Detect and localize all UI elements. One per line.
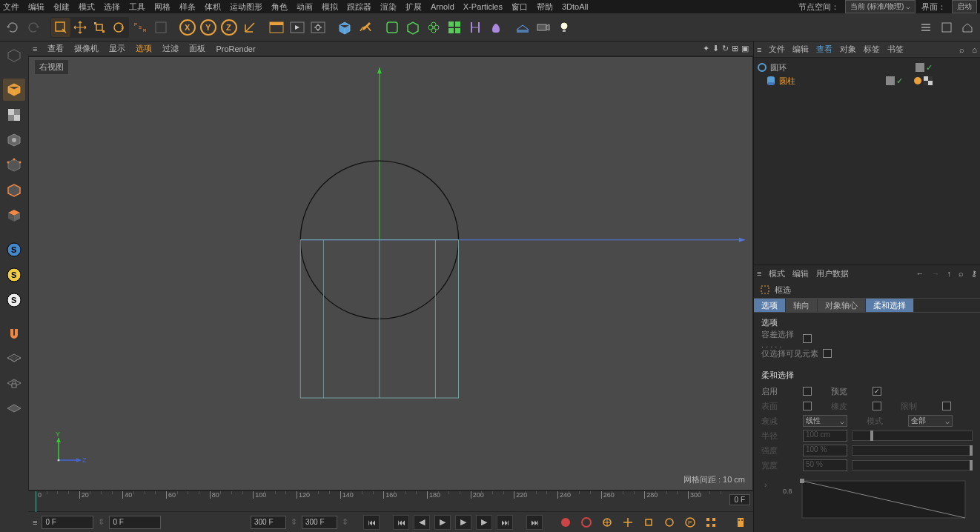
texture-mode-icon[interactable]	[3, 104, 25, 126]
menu-extensions[interactable]: 扩展	[405, 1, 422, 13]
obj-tab-file[interactable]: 文件	[769, 44, 785, 55]
vp-menu-view[interactable]: 查看	[47, 43, 64, 54]
scale-key-icon[interactable]	[640, 515, 657, 530]
point-mode-icon[interactable]	[3, 154, 25, 176]
attr-tab-mode[interactable]: 模式	[769, 268, 785, 279]
axis-mode-icon[interactable]: S	[3, 239, 25, 261]
snap-s-icon[interactable]: S	[3, 264, 25, 286]
autokey-icon[interactable]	[578, 515, 595, 530]
scale-icon[interactable]	[90, 18, 109, 37]
attr-tab-userdata[interactable]: 用户数据	[816, 268, 849, 279]
axis-z-icon[interactable]: Z	[219, 18, 239, 37]
undo-icon[interactable]	[3, 18, 22, 37]
viewport[interactable]: 右视图 Y	[28, 56, 753, 491]
workplane-planar-icon[interactable]	[3, 399, 25, 421]
next-frame-icon[interactable]: ▶	[476, 515, 492, 530]
goto-start-icon[interactable]: ⏮	[363, 515, 380, 530]
vp-max-icon[interactable]: ▣	[741, 44, 749, 53]
frame-spin3-icon[interactable]: ⇕	[342, 517, 348, 527]
obj-tab-bookmarks[interactable]: 书签	[887, 44, 904, 55]
instance-icon[interactable]	[445, 18, 464, 37]
hamburger-transport-icon[interactable]: ≡	[33, 518, 37, 527]
interface-dropdown[interactable]: 启动	[952, 0, 977, 13]
enable-checkbox[interactable]	[803, 387, 812, 396]
vp-menu-filter[interactable]: 过滤	[162, 43, 179, 54]
axis-y-icon[interactable]: Y	[199, 18, 218, 37]
menu-create[interactable]: 创建	[53, 1, 70, 13]
playhead[interactable]	[36, 491, 36, 512]
menu-help[interactable]: 帮助	[537, 1, 553, 13]
timeline-marker-icon[interactable]	[732, 515, 749, 530]
subtab-objaxis[interactable]: 对象轴心	[818, 299, 866, 312]
cube-primitive-icon[interactable]	[335, 18, 354, 37]
frame-current-input[interactable]: 0 F	[42, 516, 93, 529]
move-icon[interactable]	[70, 18, 90, 37]
volume-icon[interactable]	[486, 18, 506, 37]
attr-tab-edit[interactable]: 编辑	[792, 268, 809, 279]
field-icon[interactable]	[466, 18, 485, 37]
menu-arnold[interactable]: Arnold	[431, 2, 454, 11]
hamburger-icon[interactable]: ≡	[33, 44, 37, 53]
redo-icon[interactable]	[24, 18, 43, 37]
frame-spin-icon[interactable]: ⇕	[98, 517, 105, 527]
make-editable-icon[interactable]	[3, 44, 25, 67]
polygon-mode-icon[interactable]	[3, 205, 25, 227]
menu-mograph[interactable]: 运动图形	[230, 1, 262, 13]
axis-x-icon[interactable]: X	[178, 18, 197, 37]
frame-end-input[interactable]: 300 F	[251, 516, 286, 529]
attr-back-icon[interactable]: ←	[916, 269, 924, 278]
subtab-options[interactable]: 选项	[754, 299, 786, 312]
generator-subd-icon[interactable]	[383, 18, 402, 37]
workplane-lock-icon[interactable]	[3, 373, 25, 396]
phong-tag-icon[interactable]	[913, 76, 922, 86]
vp-move-icon[interactable]: ⬇	[712, 44, 719, 53]
tolerance-checkbox[interactable]	[803, 334, 812, 343]
vp-menu-prorender[interactable]: ProRender	[216, 44, 255, 53]
workplane-grid-icon[interactable]	[3, 348, 25, 370]
attr-hamburger-icon[interactable]: ≡	[757, 269, 761, 278]
vp-menu-panel[interactable]: 面板	[189, 43, 205, 54]
attr-search-icon[interactable]: ⌕	[959, 269, 964, 278]
menu-simulate[interactable]: 模拟	[322, 1, 338, 13]
rotate-icon[interactable]	[109, 18, 128, 37]
menu-character[interactable]: 角色	[271, 1, 288, 13]
obj-search-icon[interactable]: ⌕	[959, 45, 964, 54]
visibility-tag-icon[interactable]	[886, 76, 895, 86]
camera-icon[interactable]	[534, 18, 553, 37]
menu-window[interactable]: 窗口	[511, 1, 528, 13]
menu-tool[interactable]: 工具	[129, 1, 145, 13]
obj-tab-edit[interactable]: 编辑	[792, 44, 809, 55]
object-row-cylinder[interactable]: 圆柱 ✓	[757, 74, 977, 87]
light-icon[interactable]	[554, 18, 574, 37]
attr-up-icon[interactable]: ↑	[947, 269, 952, 278]
render-view-icon[interactable]	[267, 18, 286, 37]
layout-menu-icon[interactable]	[916, 18, 936, 37]
pen-spline-icon[interactable]	[356, 18, 375, 37]
obj-home-icon[interactable]: ⌂	[972, 45, 977, 54]
menu-edit[interactable]: 编辑	[28, 1, 44, 13]
menu-animate[interactable]: 动画	[297, 1, 313, 13]
render-settings-icon[interactable]	[308, 18, 328, 37]
frame-start-input[interactable]: 0 F	[109, 516, 161, 529]
frame-spin2-icon[interactable]: ⇕	[291, 517, 297, 527]
select-rect-icon[interactable]	[51, 18, 70, 37]
obj-tab-view[interactable]: 查看	[816, 44, 832, 55]
vp-nav-icon[interactable]: ✦	[703, 44, 709, 53]
preview-checkbox[interactable]	[873, 387, 881, 396]
menu-file[interactable]: 文件	[3, 1, 19, 13]
attr-fwd-icon[interactable]: →	[932, 269, 940, 278]
menu-volume[interactable]: 体积	[205, 1, 221, 13]
rot-key-icon[interactable]	[661, 515, 678, 530]
goto-prev-key-icon[interactable]: ⏮	[393, 515, 409, 530]
obj-tab-tags[interactable]: 标签	[864, 44, 880, 55]
menu-select[interactable]: 选择	[104, 1, 120, 13]
vp-layout-icon[interactable]: ⊞	[732, 44, 738, 53]
coord-system-icon[interactable]	[240, 18, 259, 37]
visibility-tag-icon[interactable]	[916, 63, 924, 73]
edge-mode-icon[interactable]	[3, 179, 25, 202]
play-back-icon[interactable]: ▶	[434, 515, 451, 530]
keyframe-sel-icon[interactable]	[599, 515, 615, 530]
goto-end-icon[interactable]: ⏭	[526, 515, 543, 530]
menu-3dtoall[interactable]: 3DtoAll	[562, 2, 588, 11]
layout-home-icon[interactable]	[958, 18, 977, 37]
